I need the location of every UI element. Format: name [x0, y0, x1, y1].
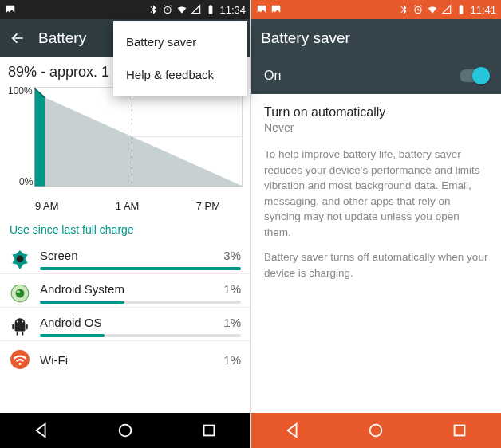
- page-title: Battery saver: [261, 29, 350, 47]
- battery-saver-toggle[interactable]: [460, 69, 488, 82]
- row-pct: 1%: [223, 316, 241, 329]
- x-tick-0: 9 AM: [35, 200, 59, 212]
- android-system-icon: [10, 283, 30, 304]
- row-name: Android System: [40, 282, 124, 296]
- on-off-label: On: [264, 69, 281, 83]
- svg-rect-15: [17, 331, 18, 335]
- app-bar: Battery saver: [251, 19, 501, 57]
- wifi-icon: [176, 4, 187, 15]
- svg-point-18: [22, 320, 23, 322]
- y-tick-bottom: 0%: [19, 176, 33, 187]
- usage-row[interactable]: Android System1%: [0, 273, 250, 307]
- battery-chart[interactable]: 100% 0% 10/23 9 AM 1 AM 7 PM: [0, 82, 250, 215]
- svg-point-21: [120, 425, 132, 437]
- x-tick-2: 7 PM: [196, 200, 220, 212]
- svg-marker-3: [45, 97, 243, 186]
- signal-icon: [441, 4, 452, 15]
- bluetooth-icon: [398, 4, 409, 15]
- svg-point-11: [17, 290, 20, 293]
- image-icon: [5, 4, 16, 15]
- auto-title: Turn on automatically: [264, 105, 488, 120]
- alarm-icon: [162, 4, 173, 15]
- svg-point-20: [18, 363, 21, 365]
- alarm-icon: [412, 4, 424, 15]
- nav-back-button[interactable]: [33, 422, 50, 439]
- usage-row[interactable]: Screen3%: [0, 241, 250, 273]
- menu-item-help-feedback[interactable]: Help & feedback: [113, 58, 247, 91]
- row-name: Android OS: [40, 316, 102, 329]
- nav-recents-button[interactable]: [451, 422, 468, 439]
- row-bar: [40, 334, 241, 337]
- nav-recents-button[interactable]: [200, 422, 218, 439]
- nav-home-button[interactable]: [367, 422, 385, 439]
- row-bar: [40, 301, 241, 304]
- battery-screen: 11:34 Battery 89% - approx. 1 da 100% 0%: [0, 0, 250, 448]
- bluetooth-icon: [148, 4, 159, 15]
- svg-rect-13: [12, 324, 14, 329]
- android-os-icon: [10, 316, 30, 337]
- status-bar: 11:41: [251, 0, 501, 19]
- row-name: Screen: [40, 249, 78, 262]
- on-off-panel: On: [251, 57, 501, 94]
- screen-icon: [10, 250, 30, 270]
- nav-bar: [0, 413, 250, 448]
- use-since-charge-link[interactable]: Use since last full charge: [0, 215, 250, 241]
- wifi-app-icon: [10, 349, 30, 370]
- chart-svg: [8, 87, 243, 198]
- svg-rect-22: [203, 426, 214, 436]
- status-bar: 11:34: [0, 0, 250, 19]
- page-title: Battery: [38, 29, 86, 47]
- svg-point-8: [17, 255, 24, 262]
- battery-saver-screen: 11:41 Battery saver On Turn on automatic…: [250, 0, 501, 448]
- back-button[interactable]: [10, 30, 26, 46]
- status-time: 11:41: [470, 4, 496, 16]
- y-tick-top: 100%: [8, 85, 33, 96]
- auto-value: Never: [264, 121, 488, 134]
- battery-icon: [205, 4, 216, 15]
- row-bar: [40, 267, 241, 270]
- usage-list: Screen3% Android System1% Android OS1%: [0, 241, 250, 413]
- usage-row[interactable]: Wi-Fi1%: [0, 340, 250, 373]
- svg-rect-12: [15, 324, 26, 331]
- svg-marker-4: [35, 88, 45, 186]
- svg-rect-16: [22, 331, 23, 335]
- x-tick-1: 1 AM: [116, 200, 140, 212]
- menu-item-battery-saver[interactable]: Battery saver: [113, 26, 247, 58]
- wifi-icon: [427, 4, 438, 15]
- svg-point-17: [17, 320, 18, 322]
- x-axis-labels: 9 AM 1 AM 7 PM: [8, 198, 243, 212]
- image-icon: [270, 4, 282, 15]
- battery-icon: [456, 4, 467, 15]
- svg-point-24: [370, 425, 382, 437]
- description: To help improve battery life, battery sa…: [251, 134, 501, 294]
- row-pct: 1%: [223, 282, 241, 296]
- nav-bar: [251, 413, 501, 448]
- image-icon: [256, 4, 267, 15]
- overflow-menu: Battery saver Help & feedback: [113, 21, 247, 96]
- usage-row[interactable]: Android OS1%: [0, 307, 250, 340]
- auto-row[interactable]: Turn on automatically Never: [251, 94, 501, 134]
- status-time: 11:34: [219, 4, 246, 16]
- desc-p2: Battery saver turns off automatically wh…: [264, 250, 488, 281]
- nav-home-button[interactable]: [116, 422, 134, 439]
- svg-rect-25: [454, 426, 464, 436]
- svg-point-10: [16, 289, 25, 297]
- svg-rect-14: [26, 324, 28, 329]
- row-name: Wi-Fi: [40, 353, 68, 367]
- row-pct: 3%: [223, 249, 241, 262]
- desc-p1: To help improve battery life, battery sa…: [264, 147, 488, 240]
- row-pct: 1%: [223, 353, 241, 367]
- signal-icon: [191, 4, 202, 15]
- nav-back-button[interactable]: [284, 422, 302, 439]
